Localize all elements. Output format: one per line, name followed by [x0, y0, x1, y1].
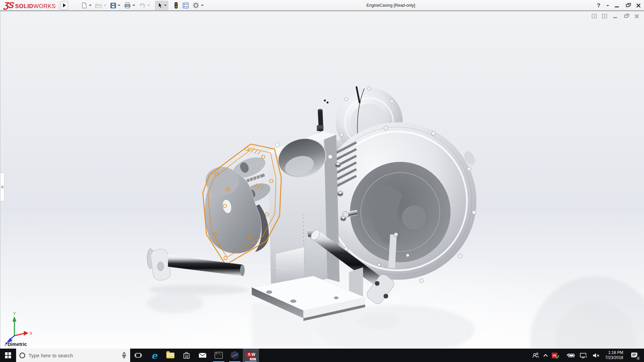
notification-badge: 3	[636, 356, 641, 361]
restore-button[interactable]	[625, 3, 631, 9]
task-view-icon	[135, 352, 142, 358]
search-input[interactable]	[29, 353, 118, 358]
doc-minimize-button[interactable]	[612, 13, 618, 19]
titlebar: ƷS SOLID WORKS	[0, 0, 644, 11]
options-gear-icon	[192, 2, 200, 9]
start-button[interactable]	[0, 349, 16, 362]
battery-button[interactable]	[564, 349, 577, 362]
open-button[interactable]	[94, 1, 108, 10]
window-controls: ?	[597, 0, 641, 11]
windows-taskbar: e C:\_ S W 2017	[0, 349, 644, 362]
model-cover-plate[interactable]	[205, 167, 269, 253]
doc-restore-button[interactable]	[623, 13, 629, 19]
file-explorer-icon	[166, 353, 174, 358]
divider	[59, 1, 59, 10]
windows-logo-icon	[5, 352, 11, 358]
clock[interactable]: 1:16 PM 7/23/2018	[602, 349, 627, 362]
print-button[interactable]	[122, 1, 137, 10]
expand-arrow-icon	[63, 3, 66, 7]
doc-minimize-icon	[613, 17, 617, 18]
undo-button[interactable]	[137, 1, 151, 10]
minimize-button[interactable]	[614, 3, 620, 9]
tray-time: 1:16 PM	[608, 350, 623, 355]
taskbar-app-command-prompt[interactable]: C:\_	[211, 349, 227, 362]
rebuild-button[interactable]	[172, 1, 180, 10]
cortana-icon	[19, 353, 25, 358]
select-tool-button[interactable]	[155, 1, 168, 10]
show-right-pane-button[interactable]	[602, 14, 607, 18]
restore-icon	[626, 4, 630, 7]
options-button[interactable]	[191, 1, 205, 10]
doc-close-icon	[635, 14, 639, 18]
help-dropdown-icon[interactable]	[606, 5, 609, 6]
close-icon	[636, 3, 641, 8]
people-icon	[532, 352, 539, 358]
taskbar-app-store[interactable]	[178, 349, 195, 362]
engine-casing-model[interactable]: Y X Z	[0, 12, 644, 348]
ds-logo-glyph: ƷS	[3, 0, 14, 10]
document-window-controls	[592, 13, 639, 19]
microphone-icon[interactable]	[121, 352, 127, 359]
green-check-icon	[555, 355, 559, 359]
taskbar-app-mail[interactable]	[195, 349, 211, 362]
print-icon	[124, 2, 131, 9]
taskbar-app-edge[interactable]: e	[146, 349, 162, 362]
open-folder-icon	[95, 2, 102, 9]
solidworks-logo: ƷS SOLID WORKS	[0, 0, 58, 10]
close-button[interactable]	[635, 3, 641, 9]
model-floor-reflection	[146, 277, 644, 349]
tray-date: 7/23/2018	[605, 355, 623, 360]
file-properties-icon	[182, 2, 189, 9]
axis-y-label: Y	[13, 311, 16, 316]
taskbar-app-hexagon-cad[interactable]	[227, 349, 243, 362]
volume-muted-icon	[592, 353, 600, 358]
rebuild-traffic-light-icon	[173, 2, 179, 9]
graphics-viewport[interactable]: Y X Z *Dimetric	[0, 12, 644, 349]
hexagon-cad-app-icon	[231, 351, 239, 360]
network-icon	[580, 353, 588, 358]
doc-restore-icon	[624, 15, 628, 18]
volume-button[interactable]	[590, 349, 602, 362]
show-left-pane-button[interactable]	[592, 14, 597, 18]
network-button[interactable]	[577, 349, 590, 362]
save-floppy-icon	[110, 2, 116, 9]
chevron-up-icon	[543, 354, 548, 358]
new-document-button[interactable]	[79, 1, 93, 10]
window-title: EngineCasing [Read-only]	[366, 3, 415, 8]
command-prompt-icon: C:\_	[215, 352, 223, 359]
expand-menu-button[interactable]	[61, 1, 68, 10]
undo-icon	[139, 2, 146, 9]
store-icon	[183, 351, 190, 359]
solidworks-monitor-tray-button[interactable]: SW	[549, 349, 564, 362]
battery-icon	[566, 353, 575, 358]
doc-close-button[interactable]	[634, 13, 639, 19]
solidworks-2017-icon: S W 2017	[247, 351, 255, 360]
view-orientation-label: *Dimetric	[6, 342, 27, 347]
taskbar-app-solidworks[interactable]: S W 2017	[243, 349, 259, 362]
people-button[interactable]	[530, 349, 542, 362]
minimize-icon	[615, 6, 619, 7]
task-view-button[interactable]	[130, 349, 146, 362]
taskbar-app-file-explorer[interactable]	[162, 349, 178, 362]
taskbar-search[interactable]	[16, 349, 130, 362]
system-tray: SW	[530, 349, 644, 362]
axis-x-label: X	[30, 331, 32, 336]
file-properties-button[interactable]	[181, 1, 190, 10]
action-center-button[interactable]: 3	[627, 349, 642, 362]
select-cursor-icon	[157, 2, 163, 9]
save-button[interactable]	[108, 1, 122, 10]
mail-icon	[199, 352, 207, 358]
quick-access-toolbar	[79, 1, 205, 10]
new-document-icon	[81, 2, 88, 9]
help-button[interactable]: ?	[597, 2, 600, 9]
tray-overflow-button[interactable]	[542, 349, 549, 362]
edge-icon: e	[151, 351, 157, 360]
